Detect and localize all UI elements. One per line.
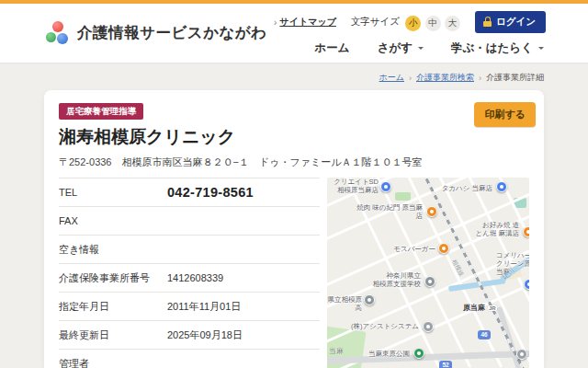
station-label[interactable]: 原当麻JR: [463, 303, 497, 313]
road-shield: 46: [478, 330, 491, 339]
map-patch: [395, 192, 411, 201]
font-size-options: 小 中 大: [405, 13, 460, 31]
row-label: 空き情報: [59, 243, 167, 257]
area-label: 当麻: [329, 346, 344, 356]
main-nav: ホームさがす学ぶ・はたらく: [315, 40, 546, 56]
breadcrumb: ホーム›介護事業所検索›介護事業所詳細: [379, 72, 544, 84]
breadcrumb-separator: ›: [409, 74, 412, 83]
sitemap-link[interactable]: › サイトマップ: [274, 16, 336, 29]
chevron-down-icon: [418, 47, 424, 52]
row-value: 2025年09月18日: [167, 328, 243, 342]
font-size-option[interactable]: 中: [425, 16, 441, 31]
breadcrumb-separator: ›: [479, 74, 481, 83]
breadcrumb-item[interactable]: ホーム: [379, 72, 404, 84]
header-right: › サイトマップ 文字サイズ 小 中 大 ログイン ホームさがす学ぶ・はたらく: [274, 11, 546, 56]
font-size-label: 文字サイズ: [351, 16, 400, 29]
map-pin-icon[interactable]: [423, 321, 434, 332]
facility-address: 〒252-0336 相模原市南区当麻８２０−１ ドゥ・ファミールＡ１階１０１号室: [59, 155, 529, 169]
top-accent-bar: [0, 0, 588, 4]
map-place-label[interactable]: クリエイトSD 相模原当麻店: [329, 178, 379, 194]
site-title: 介護情報サービスかながわ: [77, 23, 267, 43]
chevron-right-icon: ›: [274, 17, 277, 28]
facility-name: 湘寿相模原クリニック: [59, 125, 529, 149]
row-label: 指定年月日: [59, 300, 167, 314]
table-row: 管理者: [59, 349, 320, 368]
map-pin-icon[interactable]: [424, 276, 435, 287]
table-row: 空き情報: [59, 235, 320, 263]
breadcrumb-item: 介護事業所詳細: [486, 72, 544, 84]
table-row: TEL042-719-8561: [59, 178, 320, 206]
map-place-label[interactable]: 焼肉 味の紀門 原当麻店: [353, 203, 423, 220]
site-header: 介護情報サービスかながわ › サイトマップ 文字サイズ 小 中 大 ログイン ホ…: [0, 4, 588, 63]
login-label: ログイン: [496, 16, 536, 29]
map[interactable]: クリエイトSD 相模原当麻店タカハシ 当麻店焼肉 味の紀門 原当麻店お好み焼 道…: [327, 178, 529, 368]
map-pin-icon[interactable]: [380, 181, 391, 192]
login-button[interactable]: ログイン: [475, 11, 546, 33]
lock-icon: [483, 17, 492, 27]
map-pin-icon[interactable]: [496, 181, 507, 192]
header-utilities: › サイトマップ 文字サイズ 小 中 大 ログイン: [274, 11, 546, 33]
row-label: FAX: [59, 215, 167, 226]
print-button[interactable]: 印刷する: [474, 102, 536, 127]
row-label: 最終更新日: [59, 328, 167, 342]
map-pin-icon[interactable]: [413, 348, 424, 359]
map-place-label[interactable]: お好み焼 道 とん堀 麻溝店: [470, 221, 519, 237]
content-area: ホーム›介護事業所検索›介護事業所詳細 居宅療養管理指導 湘寿相模原クリニック …: [0, 63, 588, 368]
station-name: 原当麻: [463, 303, 485, 313]
map-place-label[interactable]: 県立相模原高: [327, 295, 362, 312]
map-place-label[interactable]: 神奈川県立 相模原支援学校: [366, 271, 421, 288]
table-row: 介護保険事業所番号1412608339: [59, 263, 320, 292]
row-value: 042-719-8561: [167, 185, 254, 200]
row-label: 管理者: [59, 357, 167, 368]
logo-icon: [46, 21, 70, 45]
category-badge: 居宅療養管理指導: [59, 103, 143, 120]
nav-item[interactable]: 学ぶ・はたらく: [451, 40, 544, 56]
row-label: TEL: [59, 187, 167, 198]
map-pin-icon[interactable]: [438, 243, 449, 254]
breadcrumb-item[interactable]: 介護事業所検索: [416, 72, 474, 84]
facility-details: TEL042-719-8561FAX空き情報介護保険事業所番号141260833…: [59, 178, 529, 368]
map-pin-icon[interactable]: [364, 294, 375, 305]
font-size-option[interactable]: 小: [405, 16, 421, 31]
map-place-label[interactable]: モスバーガー: [384, 245, 435, 253]
table-row: 指定年月日2011年11月01日: [59, 292, 320, 320]
site-logo[interactable]: 介護情報サービスかながわ: [46, 21, 267, 45]
row-value: 1412608339: [167, 272, 223, 283]
jr-logo-icon: JR: [488, 305, 497, 311]
map-pin-icon[interactable]: [426, 206, 437, 217]
font-size-option[interactable]: 大: [445, 16, 460, 31]
map-pin-icon[interactable]: [524, 279, 529, 290]
sitemap-label: サイトマップ: [279, 16, 335, 29]
map-pin-icon[interactable]: [516, 349, 527, 360]
table-row: 最終更新日2025年09月18日: [59, 320, 320, 349]
road-shield: 52: [439, 361, 452, 368]
chevron-down-icon: [538, 47, 544, 52]
map-place-label[interactable]: タカハシ 当麻店: [435, 184, 492, 192]
info-table: TEL042-719-8561FAX空き情報介護保険事業所番号141260833…: [59, 178, 320, 368]
nav-item[interactable]: さがす: [378, 40, 424, 56]
map-place-label[interactable]: (株)アシストシステム: [340, 322, 419, 330]
rail-line-label: 相模線: [449, 259, 465, 278]
row-value: 2011年11月01日: [167, 300, 241, 314]
nav-item[interactable]: ホーム: [315, 40, 350, 56]
table-row: FAX: [59, 206, 320, 235]
row-label: 介護保険事業所番号: [59, 271, 167, 285]
facility-card: 居宅療養管理指導 湘寿相模原クリニック 〒252-0336 相模原市南区当麻８２…: [44, 90, 544, 368]
font-size-control: 文字サイズ 小 中 大: [351, 13, 460, 31]
map-place-label[interactable]: 当麻東原公園: [356, 350, 410, 358]
map-pin-icon[interactable]: [523, 226, 529, 237]
